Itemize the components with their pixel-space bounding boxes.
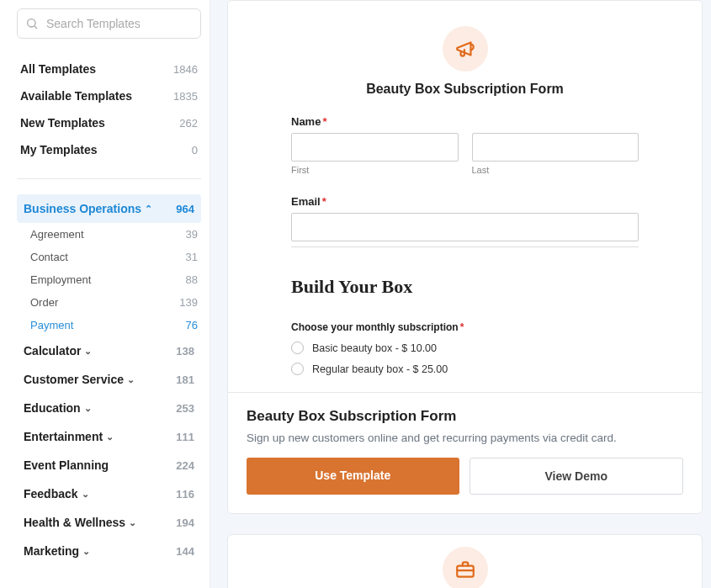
category-event-planning[interactable]: Event Planning 224 xyxy=(17,451,201,479)
radio-icon xyxy=(291,342,304,354)
nav-count: 1835 xyxy=(173,90,198,103)
category-count: 181 xyxy=(176,373,194,386)
category-feedback[interactable]: Feedback⌄ 116 xyxy=(17,479,201,508)
category-count: 111 xyxy=(176,431,194,443)
category-health-wellness[interactable]: Health & Wellness⌄ 194 xyxy=(17,508,201,537)
category-label: Health & Wellness xyxy=(24,516,125,529)
chevron-down-icon: ⌄ xyxy=(127,374,135,385)
category-business-operations[interactable]: Business Operations ⌃ 964 xyxy=(17,194,201,223)
template-card: Beauty Box Subscription Form Name* First… xyxy=(227,0,703,514)
nav-label: My Templates xyxy=(20,143,98,156)
category-calculator[interactable]: Calculator⌄ 138 xyxy=(17,336,201,365)
chevron-down-icon: ⌄ xyxy=(82,546,90,557)
subcategory-label: Contact xyxy=(30,251,68,263)
svg-line-1 xyxy=(34,26,37,29)
category-education[interactable]: Education⌄ 253 xyxy=(17,394,201,422)
view-demo-button[interactable]: View Demo xyxy=(470,458,684,495)
template-preview: Beauty Box Subscription Form Name* First… xyxy=(228,1,702,392)
form-divider xyxy=(291,246,639,247)
first-sublabel: First xyxy=(291,165,459,175)
chevron-down-icon: ⌄ xyxy=(84,346,92,357)
category-label: Business Operations xyxy=(24,202,141,215)
email-label: Email* xyxy=(291,195,639,208)
svg-rect-2 xyxy=(457,566,474,577)
subcategory-count: 39 xyxy=(186,228,198,241)
build-heading: Build Your Box xyxy=(291,276,639,298)
category-count: 194 xyxy=(176,516,194,529)
subcategory-list: Agreement 39 Contact 31 Employment 88 Or… xyxy=(17,223,201,336)
nav-available-templates[interactable]: Available Templates 1835 xyxy=(17,82,201,109)
search-input[interactable] xyxy=(17,8,201,39)
nav-label: Available Templates xyxy=(20,89,132,103)
subcategory-order[interactable]: Order 139 xyxy=(27,291,201,314)
subcategory-count: 31 xyxy=(186,251,198,263)
name-label: Name* xyxy=(291,115,639,128)
category-label: Entertainment xyxy=(24,430,103,443)
chevron-up-icon: ⌃ xyxy=(145,204,152,215)
subcategory-count: 76 xyxy=(186,319,198,331)
last-name-input[interactable] xyxy=(472,133,639,162)
subscription-label: Choose your monthly subscription* xyxy=(291,321,639,333)
subcategory-label: Payment xyxy=(30,319,73,331)
card-footer: Beauty Box Subscription Form Sign up new… xyxy=(228,392,702,513)
category-label: Education xyxy=(24,401,81,415)
category-count: 224 xyxy=(176,459,194,472)
category-count: 138 xyxy=(176,345,194,358)
subcategory-label: Order xyxy=(30,296,58,309)
chevron-down-icon: ⌄ xyxy=(82,489,89,500)
subcategory-contact[interactable]: Contact 31 xyxy=(27,246,201,268)
subcategory-agreement[interactable]: Agreement 39 xyxy=(27,223,201,246)
card-title: Beauty Box Subscription Form xyxy=(247,408,683,425)
subcategory-label: Agreement xyxy=(30,228,84,241)
nav-list: All Templates 1846 Available Templates 1… xyxy=(17,56,201,163)
nav-my-templates[interactable]: My Templates 0 xyxy=(17,136,201,163)
category-entertainment[interactable]: Entertainment⌄ 111 xyxy=(17,422,201,451)
subcategory-label: Employment xyxy=(30,273,91,286)
preview-inner: Beauty Box Subscription Form Name* First… xyxy=(266,1,664,392)
option-label: Basic beauty box - $ 10.00 xyxy=(312,342,437,354)
nav-count: 0 xyxy=(192,144,198,156)
option-regular[interactable]: Regular beauty box - $ 25.00 xyxy=(291,363,639,375)
chevron-down-icon: ⌄ xyxy=(84,403,92,414)
nav-label: All Templates xyxy=(20,62,96,76)
svg-point-0 xyxy=(28,19,35,27)
search-icon xyxy=(25,17,39,30)
category-label: Calculator xyxy=(24,344,81,358)
form-title: Beauty Box Subscription Form xyxy=(291,82,639,97)
chevron-down-icon: ⌄ xyxy=(129,517,136,528)
nav-count: 1846 xyxy=(173,63,198,76)
category-label: Customer Service xyxy=(24,373,124,386)
category-count: 964 xyxy=(176,203,194,215)
divider xyxy=(17,178,201,179)
briefcase-icon xyxy=(443,547,488,588)
nav-count: 262 xyxy=(179,117,198,130)
category-marketing[interactable]: Marketing⌄ 144 xyxy=(17,537,201,565)
category-count: 144 xyxy=(176,545,194,558)
nav-all-templates[interactable]: All Templates 1846 xyxy=(17,56,201,82)
category-count: 116 xyxy=(176,488,194,501)
category-customer-service[interactable]: Customer Service⌄ 181 xyxy=(17,365,201,394)
category-label: Feedback xyxy=(24,487,78,501)
subcategory-count: 139 xyxy=(179,296,198,309)
use-template-button[interactable]: Use Template xyxy=(247,458,459,495)
first-name-input[interactable] xyxy=(291,133,459,162)
last-sublabel: Last xyxy=(472,165,639,175)
template-card-next xyxy=(227,534,703,588)
category-label: Marketing xyxy=(24,544,79,558)
subcategory-employment[interactable]: Employment 88 xyxy=(27,268,201,291)
radio-icon xyxy=(291,363,304,375)
option-basic[interactable]: Basic beauty box - $ 10.00 xyxy=(291,342,639,354)
megaphone-icon xyxy=(443,26,488,72)
nav-new-templates[interactable]: New Templates 262 xyxy=(17,109,201,136)
category-label: Event Planning xyxy=(24,458,109,472)
sidebar: All Templates 1846 Available Templates 1… xyxy=(0,0,210,588)
subcategory-payment[interactable]: Payment 76 xyxy=(27,314,201,336)
email-input[interactable] xyxy=(291,213,639,241)
main-content: Beauty Box Subscription Form Name* First… xyxy=(210,0,711,588)
search-wrap xyxy=(17,8,201,39)
subcategory-count: 88 xyxy=(186,273,198,286)
card-description: Sign up new customers online and get rec… xyxy=(247,432,683,444)
nav-label: New Templates xyxy=(20,116,105,130)
chevron-down-icon: ⌄ xyxy=(106,432,114,442)
option-label: Regular beauty box - $ 25.00 xyxy=(312,363,448,375)
